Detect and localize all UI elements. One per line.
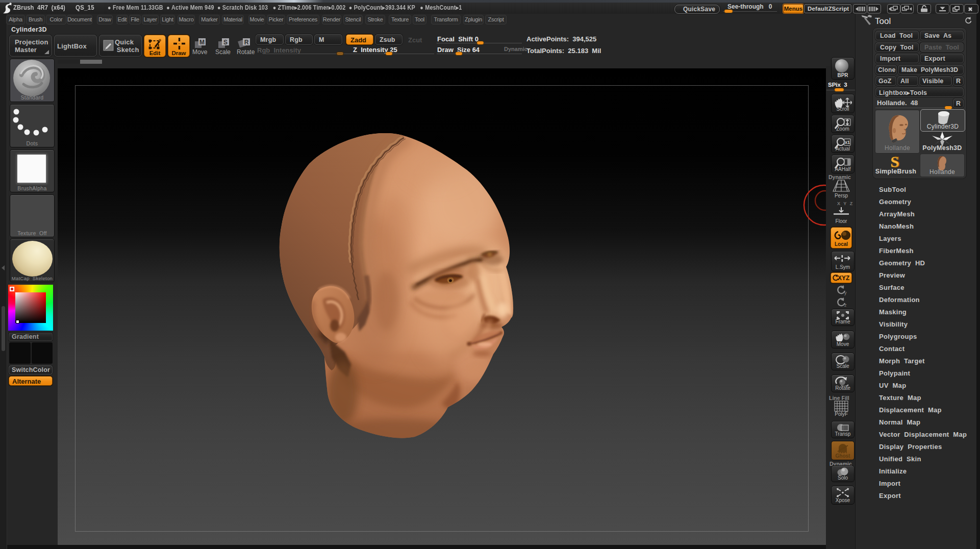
svg-text:S: S (890, 154, 899, 170)
svg-text:y: y (844, 290, 847, 295)
svg-text:x1: x1 (845, 140, 850, 145)
svg-text:z: z (844, 303, 847, 308)
svg-text:R: R (244, 39, 249, 46)
svg-text:M: M (199, 39, 205, 46)
svg-text:S: S (223, 39, 228, 46)
